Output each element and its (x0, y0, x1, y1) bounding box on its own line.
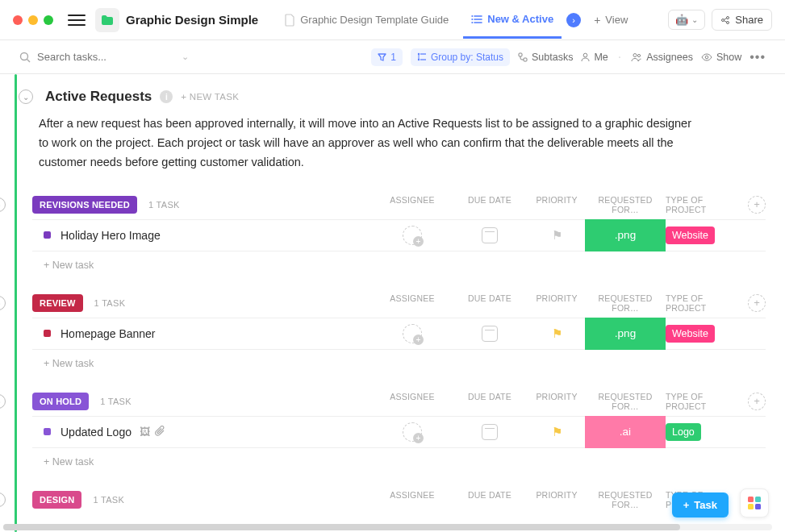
format-cell[interactable]: .png (585, 318, 666, 350)
ai-button[interactable]: 🤖 ⌄ (668, 10, 705, 30)
column-header-format[interactable]: REQUESTED FOR… (585, 293, 666, 313)
status-badge[interactable]: DESIGN (32, 491, 81, 509)
task-count: 1 TASK (148, 200, 180, 210)
task-name[interactable]: Homepage Banner (61, 327, 156, 340)
view-label: View (605, 14, 628, 26)
add-column-button[interactable]: + (748, 294, 766, 312)
workspace-title[interactable]: Graphic Design Simple (126, 13, 258, 27)
priority-cell[interactable]: ⚑ (528, 425, 585, 439)
status-badge[interactable]: ON HOLD (32, 393, 89, 410)
due-date-cell[interactable] (451, 424, 528, 440)
group-header: ⌄ ON HOLD 1 TASK ASSIGNEE DUE DATE PRIOR… (32, 387, 766, 416)
column-header-assignee[interactable]: ASSIGNEE (374, 195, 451, 214)
subtasks-button[interactable]: Subtasks (518, 52, 573, 63)
info-icon[interactable]: i (160, 90, 173, 103)
column-header-format[interactable]: REQUESTED FOR… (585, 392, 666, 411)
column-header-priority[interactable]: PRIORITY (528, 195, 585, 214)
add-assignee-icon[interactable] (403, 324, 422, 343)
column-header-priority[interactable]: PRIORITY (528, 490, 585, 509)
svg-point-14 (418, 59, 420, 60)
priority-cell[interactable]: ⚑ (528, 228, 585, 243)
due-date-cell[interactable] (451, 227, 528, 243)
svg-line-12 (27, 59, 31, 62)
search-input[interactable] (37, 51, 175, 63)
priority-cell[interactable]: ⚑ (528, 326, 585, 341)
column-header-priority[interactable]: PRIORITY (528, 392, 585, 411)
show-button[interactable]: Show (701, 52, 741, 63)
me-button[interactable]: Me (581, 52, 608, 63)
svg-point-13 (418, 53, 420, 55)
svg-rect-18 (519, 53, 522, 56)
add-column-button[interactable]: + (748, 196, 766, 214)
filter-button[interactable]: 1 (371, 48, 403, 66)
group-by-button[interactable]: Group by: Status (411, 48, 510, 66)
flag-icon: ⚑ (552, 228, 562, 243)
new-task-button[interactable]: + New task (32, 251, 766, 274)
chevron-down-icon[interactable]: ⌄ (182, 52, 189, 62)
svg-line-10 (724, 20, 727, 22)
share-button[interactable]: Share (712, 9, 772, 31)
column-header-due-date[interactable]: DUE DATE (451, 392, 528, 411)
type-cell[interactable]: Website (666, 227, 743, 244)
new-task-button[interactable]: + NEW TASK (181, 92, 239, 102)
assignee-cell[interactable] (374, 226, 451, 245)
collapse-icon[interactable]: ⌄ (0, 493, 6, 507)
due-date-cell[interactable] (451, 326, 528, 342)
new-task-fab[interactable]: + Task (672, 493, 729, 517)
type-cell[interactable]: Website (666, 325, 743, 343)
new-task-button[interactable]: + New task (32, 448, 766, 471)
maximize-window-icon[interactable] (44, 15, 53, 25)
column-header-assignee[interactable]: ASSIGNEE (374, 392, 451, 411)
column-header-assignee[interactable]: ASSIGNEE (374, 490, 451, 509)
status-square-icon (44, 231, 51, 239)
column-header-due-date[interactable]: DUE DATE (451, 195, 528, 214)
tab-template-guide[interactable]: Graphic Design Template Guide (276, 14, 457, 27)
svg-point-8 (727, 21, 729, 23)
assignees-button[interactable]: Assignees (631, 52, 693, 63)
status-badge[interactable]: REVISIONS NEEDED (32, 196, 137, 214)
expand-tabs-icon[interactable]: › (566, 13, 581, 27)
svg-point-21 (633, 53, 637, 56)
section-title[interactable]: Active Requests (45, 89, 152, 105)
assignee-cell[interactable] (374, 324, 451, 343)
add-column-button[interactable]: + (748, 393, 766, 410)
folder-icon[interactable] (95, 8, 119, 32)
task-row[interactable]: Updated Logo 🖼 ⚑ .ai Logo (32, 416, 766, 448)
task-name[interactable]: Updated Logo (61, 426, 132, 438)
collapse-icon[interactable]: ⌄ (0, 197, 6, 212)
assignee-cell[interactable] (374, 422, 451, 442)
status-square-icon (44, 330, 51, 337)
type-cell[interactable]: Logo (666, 423, 743, 441)
horizontal-scrollbar[interactable] (3, 524, 772, 530)
task-row[interactable]: Homepage Banner ⚑ .png Website (32, 318, 766, 350)
column-header-format[interactable]: REQUESTED FOR… (585, 490, 666, 509)
add-view-button[interactable]: + View (594, 14, 628, 27)
apps-fab[interactable] (740, 488, 769, 517)
task-count: 1 TASK (100, 397, 132, 406)
more-icon[interactable]: ••• (750, 50, 766, 64)
format-cell[interactable]: .png (585, 219, 666, 251)
column-header-due-date[interactable]: DUE DATE (451, 490, 528, 509)
new-task-button[interactable]: + New task (32, 350, 766, 372)
status-badge[interactable]: REVIEW (32, 294, 83, 312)
tab-new-active[interactable]: New & Active (463, 2, 562, 39)
column-header-type[interactable]: TYPE OF PROJECT (666, 293, 743, 313)
person-icon (581, 52, 590, 62)
collapse-icon[interactable]: ⌄ (19, 89, 33, 104)
column-header-type[interactable]: TYPE OF PROJECT (666, 195, 743, 214)
column-header-assignee[interactable]: ASSIGNEE (374, 293, 451, 313)
column-header-priority[interactable]: PRIORITY (528, 293, 585, 313)
task-row[interactable]: Holiday Hero Image ⚑ .png Website (32, 219, 766, 251)
format-cell[interactable]: .ai (585, 416, 666, 448)
column-header-type[interactable]: TYPE OF PROJECT (666, 392, 743, 411)
collapse-icon[interactable]: ⌄ (0, 296, 6, 310)
menu-icon[interactable] (68, 11, 86, 29)
add-assignee-icon[interactable] (403, 422, 422, 442)
minimize-window-icon[interactable] (28, 15, 38, 25)
task-name[interactable]: Holiday Hero Image (61, 229, 161, 242)
collapse-icon[interactable]: ⌄ (0, 394, 6, 409)
close-window-icon[interactable] (13, 15, 23, 25)
column-header-format[interactable]: REQUESTED FOR… (585, 195, 666, 214)
column-header-due-date[interactable]: DUE DATE (451, 293, 528, 313)
add-assignee-icon[interactable] (403, 226, 422, 245)
